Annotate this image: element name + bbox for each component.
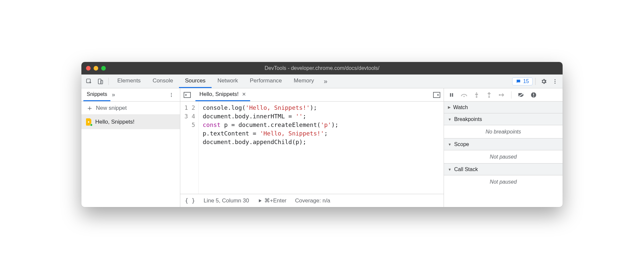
show-debugger-icon[interactable]: [432, 90, 442, 100]
sidebar-kebab-icon[interactable]: [169, 92, 178, 98]
breakpoints-label: Breakpoints: [454, 116, 482, 122]
play-icon: [258, 198, 262, 203]
window-zoom-button[interactable]: [101, 66, 106, 71]
svg-point-13: [463, 96, 465, 97]
cursor-position: Line 5, Column 30: [204, 197, 249, 204]
divider: [511, 91, 512, 99]
debugger-panel: ▶ Watch ▼ Breakpoints No breakpoints ▼ S…: [444, 88, 563, 207]
deactivate-breakpoints-icon[interactable]: [517, 91, 525, 99]
svg-point-6: [171, 93, 172, 94]
snippet-item[interactable]: Hello, Snippets!: [81, 115, 180, 129]
chevron-down-icon: ▼: [448, 117, 452, 121]
editor-tab-label: Hello, Snippets!: [199, 91, 239, 98]
watch-section-header[interactable]: ▶ Watch: [444, 102, 563, 113]
svg-rect-17: [533, 93, 534, 95]
editor-statusbar: { } Line 5, Column 30 ⌘+Enter Coverage: …: [180, 194, 444, 207]
sidebar-tab-label: Snippets: [87, 91, 107, 97]
svg-point-7: [171, 94, 172, 95]
tab-memory[interactable]: Memory: [288, 75, 320, 88]
issues-badge[interactable]: 15: [512, 77, 533, 85]
new-snippet-button[interactable]: ＋ New snippet: [81, 102, 180, 115]
window-minimize-button[interactable]: [94, 66, 98, 71]
pretty-print-icon[interactable]: { }: [185, 197, 195, 204]
coverage-status: Coverage: n/a: [295, 197, 330, 204]
svg-point-3: [555, 79, 556, 80]
titlebar: DevTools - developer.chrome.com/docs/dev…: [81, 62, 563, 75]
svg-point-8: [171, 96, 172, 97]
chevron-right-icon: ▶: [448, 105, 451, 109]
devtools-window: DevTools - developer.chrome.com/docs/dev…: [81, 62, 563, 207]
line-gutter: 1 2 3 4 5: [180, 102, 199, 194]
traffic-lights: [86, 66, 106, 71]
svg-point-16: [499, 94, 501, 96]
scope-empty: Not paused: [444, 150, 563, 164]
tab-elements[interactable]: Elements: [111, 75, 147, 88]
scope-section-header[interactable]: ▼ Scope: [444, 138, 563, 150]
tab-sources[interactable]: Sources: [179, 75, 211, 88]
window-title: DevTools - developer.chrome.com/docs/dev…: [81, 65, 563, 71]
watch-label: Watch: [453, 105, 468, 110]
step-into-icon[interactable]: [472, 91, 481, 99]
run-snippet-button[interactable]: ⌘+Enter: [258, 197, 287, 204]
code-editor[interactable]: 1 2 3 4 5 console.log('Hello, Snippets!'…: [180, 102, 444, 194]
kebab-menu-icon[interactable]: [549, 76, 561, 87]
callstack-empty: Not paused: [444, 175, 563, 189]
main-tabbar: ElementsConsoleSourcesNetworkPerformance…: [81, 75, 563, 88]
sidebar-tabs: Snippets »: [81, 88, 180, 102]
editor-tabs: Hello, Snippets! ✕: [180, 88, 444, 102]
main-area: Snippets » ＋ New snippet Hello, Snippets…: [81, 88, 563, 207]
pause-script-icon[interactable]: [447, 91, 456, 99]
editor-tab[interactable]: Hello, Snippets! ✕: [195, 88, 250, 101]
show-navigator-icon[interactable]: [182, 90, 192, 100]
chevron-down-icon: ▼: [448, 167, 452, 171]
svg-rect-11: [450, 93, 451, 97]
svg-rect-12: [452, 93, 453, 97]
settings-icon[interactable]: [538, 76, 549, 87]
step-over-icon[interactable]: [460, 91, 468, 99]
svg-point-14: [476, 96, 478, 98]
callstack-label: Call Stack: [454, 166, 478, 172]
sidebar: Snippets » ＋ New snippet Hello, Snippets…: [81, 88, 180, 207]
svg-rect-10: [433, 92, 440, 97]
issues-icon: [516, 79, 521, 84]
callstack-section-header[interactable]: ▼ Call Stack: [444, 164, 563, 175]
svg-rect-9: [184, 92, 190, 97]
main-tabs: ElementsConsoleSourcesNetworkPerformance…: [111, 75, 320, 88]
chevron-down-icon: ▼: [448, 142, 452, 146]
svg-rect-18: [533, 96, 534, 97]
breakpoints-empty: No breakpoints: [444, 125, 563, 138]
editor-panel: Hello, Snippets! ✕ 1 2 3 4 5 console.log…: [180, 88, 444, 207]
divider: [535, 78, 536, 85]
sidebar-more-tabs-icon[interactable]: »: [112, 91, 115, 98]
tab-console[interactable]: Console: [147, 75, 179, 88]
issues-count: 15: [523, 78, 529, 84]
snippet-list: Hello, Snippets!: [81, 115, 180, 207]
device-toolbar-icon[interactable]: [95, 76, 106, 87]
tab-network[interactable]: Network: [212, 75, 244, 88]
step-out-icon[interactable]: [485, 91, 493, 99]
debugger-toolbar: [444, 88, 563, 102]
snippet-item-label: Hello, Snippets!: [95, 119, 134, 125]
code-content[interactable]: console.log('Hello, Snippets!');document…: [199, 102, 342, 194]
snippet-file-icon: [86, 118, 92, 126]
run-hint: ⌘+Enter: [264, 197, 287, 204]
sidebar-tab-snippets[interactable]: Snippets: [83, 88, 110, 101]
new-snippet-label: New snippet: [96, 105, 127, 111]
scope-label: Scope: [454, 141, 469, 147]
svg-point-4: [555, 81, 556, 82]
svg-point-15: [488, 96, 490, 98]
step-icon[interactable]: [497, 91, 506, 99]
breakpoints-section-header[interactable]: ▼ Breakpoints: [444, 113, 563, 125]
window-close-button[interactable]: [86, 66, 91, 71]
pause-on-exceptions-icon[interactable]: [529, 91, 538, 99]
divider: [108, 78, 109, 85]
tab-performance[interactable]: Performance: [244, 75, 288, 88]
plus-icon: ＋: [86, 105, 93, 112]
svg-point-5: [555, 82, 556, 83]
close-icon[interactable]: ✕: [242, 91, 246, 97]
more-tabs-icon[interactable]: »: [320, 76, 331, 87]
inspect-element-icon[interactable]: [83, 76, 95, 87]
